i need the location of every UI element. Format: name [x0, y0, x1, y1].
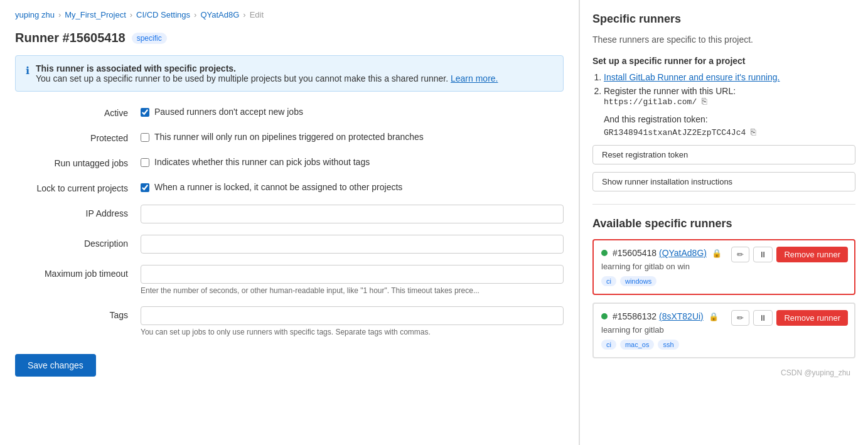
checkbox-untagged[interactable]	[141, 158, 149, 167]
runner-actions: ✏ ⏸ Remove runner	[731, 310, 848, 326]
form-row-lock: Lock to current projects When a runner i…	[15, 180, 564, 193]
right-panel: Specific runners These runners are speci…	[579, 0, 868, 445]
token-section: And this registration token: GR1348941st…	[604, 114, 855, 137]
step2-text: Register the runner with this URL:	[604, 86, 736, 96]
lock-icon: 🔒	[709, 312, 719, 321]
runner-cards-container: #15605418 (QYatAd8G) 🔒 learning for gitl…	[592, 239, 855, 358]
edit-runner-button[interactable]: ✏	[731, 247, 749, 262]
runner-tags: cimac_osssh	[601, 340, 847, 350]
specific-runners-title: Specific runners	[592, 13, 855, 26]
runner-tags: ciwindows	[601, 276, 847, 286]
form-row-ip: IP Address 218.██.██.82	[15, 205, 564, 223]
breadcrumb: yuping zhu › My_First_Project › CI/CD Se…	[15, 10, 564, 19]
info-box: ℹ This runner is associated with specifi…	[15, 55, 564, 92]
reset-token-button[interactable]: Reset registration token	[592, 145, 855, 164]
runner-status-dot	[601, 250, 608, 256]
active-label-text: Paused runners don't accept new jobs	[154, 107, 303, 117]
runner-tag: ci	[601, 340, 616, 350]
label-protected: Protected	[15, 129, 141, 143]
ip-input[interactable]: 218.██.██.82	[141, 205, 564, 223]
copy-token-icon[interactable]: ⎘	[751, 127, 756, 137]
save-button[interactable]: Save changes	[15, 354, 96, 377]
timeout-input[interactable]	[141, 265, 564, 284]
breadcrumb-edit: Edit	[250, 10, 264, 19]
checkbox-active[interactable]	[141, 108, 149, 117]
runner-tag: mac_os	[620, 340, 655, 350]
divider	[592, 204, 855, 205]
watermark: CSDN @yuping_zhu	[592, 366, 855, 380]
runner-status-dot	[601, 313, 608, 319]
learn-more-link[interactable]: Learn more.	[451, 73, 498, 83]
label-active: Active	[15, 104, 141, 118]
breadcrumb-cicd[interactable]: CI/CD Settings	[136, 10, 190, 19]
breadcrumb-runner-id[interactable]: QYatAd8G	[200, 10, 239, 19]
specific-runners-desc: These runners are specific to this proje…	[592, 35, 855, 45]
runner-id: #15586132 (8sXT82Ui)	[613, 311, 704, 321]
lock-label-text: When a runner is locked, it cannot be as…	[154, 182, 402, 192]
label-tags: Tags	[15, 306, 141, 320]
runner-desc: learning for gitlab	[601, 325, 847, 335]
form-row-protected: Protected This runner will only run on p…	[15, 129, 564, 143]
form-row-description: Description learning for gitlab on win	[15, 235, 564, 254]
token-label: And this registration token:	[604, 114, 855, 124]
info-icon: ℹ	[26, 65, 29, 83]
form-row-active: Active Paused runners don't accept new j…	[15, 104, 564, 118]
edit-runner-button[interactable]: ✏	[731, 310, 749, 326]
runner-desc: learning for gitlab on win	[601, 262, 847, 271]
form-row-timeout: Maximum job timeout Enter the number of …	[15, 265, 564, 295]
runner-name-link[interactable]: (QYatAd8G)	[659, 248, 707, 258]
setup-title: Set up a specific runner for a project	[592, 56, 855, 66]
remove-runner-button[interactable]: Remove runner	[776, 247, 848, 262]
runner-card-1: #15586132 (8sXT82Ui) 🔒 learning for gitl…	[592, 303, 855, 358]
runner-name-link[interactable]: (8sXT82Ui)	[659, 311, 704, 321]
runner-card-0: #15605418 (QYatAd8G) 🔒 learning for gitl…	[592, 239, 855, 295]
setup-step2: Register the runner with this URL: https…	[604, 86, 855, 107]
runner-tag: windows	[620, 276, 656, 286]
runner-url: https://gitlab.com/	[604, 97, 697, 107]
runner-tag: ssh	[658, 340, 678, 350]
copy-url-icon[interactable]: ⎘	[702, 96, 707, 106]
checkbox-protected[interactable]	[141, 133, 149, 142]
description-input[interactable]: learning for gitlab on win	[141, 235, 564, 254]
token-value: GR1348941stxanAtJZ2EzpTCC4Jc4	[604, 128, 746, 137]
label-lock: Lock to current projects	[15, 180, 141, 193]
left-panel: yuping zhu › My_First_Project › CI/CD Se…	[0, 0, 579, 445]
install-link[interactable]: Install GitLab Runner and ensure it's ru…	[604, 72, 780, 82]
label-description: Description	[15, 235, 141, 249]
label-untagged: Run untagged jobs	[15, 154, 141, 168]
runner-id: #15605418 (QYatAd8G)	[613, 248, 707, 258]
remove-runner-button[interactable]: Remove runner	[776, 310, 848, 326]
protected-label-text: This runner will only run on pipelines t…	[154, 132, 424, 142]
checkbox-lock[interactable]	[141, 183, 149, 192]
breadcrumb-project[interactable]: My_First_Project	[65, 10, 126, 19]
label-timeout: Maximum job timeout	[15, 265, 141, 279]
show-instructions-button[interactable]: Show runner installation instructions	[592, 172, 855, 191]
pause-runner-button[interactable]: ⏸	[753, 310, 773, 326]
lock-icon: 🔒	[712, 249, 722, 258]
form-row-untagged: Run untagged jobs Indicates whether this…	[15, 154, 564, 168]
runner-tag: ci	[601, 276, 616, 286]
pause-runner-button[interactable]: ⏸	[753, 247, 773, 262]
form-row-tags: Tags ci, windows You can set up jobs to …	[15, 306, 564, 336]
breadcrumb-yuping[interactable]: yuping zhu	[15, 10, 55, 19]
page-title: Runner #15605418	[15, 31, 126, 45]
timeout-hint: Enter the number of seconds, or other hu…	[141, 286, 564, 295]
setup-list: Install GitLab Runner and ensure it's ru…	[592, 72, 855, 107]
info-bold-text: This runner is associated with specific …	[36, 63, 236, 73]
info-text: You can set up a specific runner to be u…	[36, 73, 448, 83]
label-ip: IP Address	[15, 205, 141, 218]
tags-input[interactable]: ci, windows	[141, 306, 564, 325]
runner-actions: ✏ ⏸ Remove runner	[731, 247, 848, 262]
available-runners-title: Available specific runners	[592, 217, 855, 230]
runner-badge: specific	[132, 33, 167, 44]
tags-hint: You can set up jobs to only use runners …	[141, 328, 564, 336]
setup-step1: Install GitLab Runner and ensure it's ru…	[604, 72, 855, 82]
untagged-label-text: Indicates whether this runner can pick j…	[154, 157, 370, 167]
page-title-row: Runner #15605418 specific	[15, 31, 564, 45]
